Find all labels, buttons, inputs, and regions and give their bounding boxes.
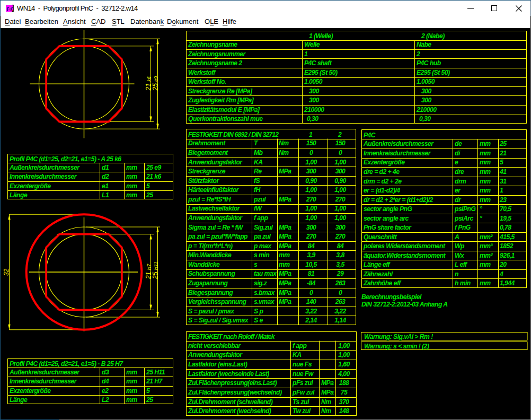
svg-text:FESTIGKEIT nach Roloff / Matek: FESTIGKEIT nach Roloff / Matek [188,333,276,340]
svg-text:300: 300 [335,168,346,175]
svg-text:Anwendungsfaktor: Anwendungsfaktor [188,214,243,222]
svg-text:P4C shaft: P4C shaft [304,59,332,67]
svg-text:S e: S e [254,317,263,324]
svg-text:Streckgrenze: Streckgrenze [188,168,226,175]
svg-text:Berechnungsbeispiel: Berechnungsbeispiel [361,293,422,301]
svg-text:25 e9: 25 e9 [146,164,162,171]
svg-text:Tw zul: Tw zul [293,407,311,415]
svg-text:pzul: pzul [253,196,266,203]
svg-text:psiPnG: psiPnG [454,205,476,213]
svg-text:Nabe: Nabe [417,41,431,48]
svg-text:1,00: 1,00 [305,186,317,194]
svg-text:4,00: 4,00 [338,370,350,378]
svg-text:20: 20 [499,261,507,268]
svg-text:f PnG: f PnG [455,224,471,231]
svg-text:pzul = Re*fS*fH: pzul = Re*fS*fH [188,196,232,203]
svg-text:DIN 32712-2:2012-03 Anhang A: DIN 32712-2:2012-03 Anhang A [361,301,448,308]
svg-text:mm: mm [480,187,491,194]
svg-text:21 H7: 21 H7 [145,264,152,279]
svg-text:mm: mm [480,168,491,176]
svg-text:3,22: 3,22 [334,308,346,315]
svg-text:MPa: MPa [279,279,291,287]
svg-text:d3: d3 [102,369,109,376]
svg-text:70,5: 70,5 [500,205,511,213]
svg-text:29: 29 [337,270,344,277]
svg-text:Zugspannung: Zugspannung [188,279,228,287]
svg-text:Nm: Nm [279,139,289,147]
svg-text:1: 1 [304,50,308,58]
svg-text:Lastwechselfaktor: Lastwechselfaktor [188,205,241,212]
svg-text:psiArc: psiArc [454,215,473,222]
svg-text:300: 300 [306,224,316,231]
svg-text:S p: S p [254,308,263,315]
svg-text:de: de [455,140,462,147]
svg-text:300: 300 [335,224,346,231]
svg-text:84: 84 [308,242,315,250]
svg-text:Länge eff: Länge eff [364,261,391,268]
svg-text:21 k6: 21 k6 [146,173,162,180]
svg-text:4: 4 [499,270,503,278]
svg-text:drm = d2 + 2e: drm = d2 + 2e [364,178,402,185]
svg-text:3,22: 3,22 [305,308,317,315]
svg-text:41: 41 [499,168,507,176]
svg-text:mm: mm [480,140,491,147]
svg-text:3,5: 3,5 [336,261,344,268]
svg-text:Zeichnungsnummer: Zeichnungsnummer [188,50,246,58]
svg-text:e2: e2 [102,387,109,395]
svg-text:FESTIGKEIT DIN 6892 / DIN 3271: FESTIGKEIT DIN 6892 / DIN 32712 [188,131,279,138]
svg-text:mm: mm [480,159,491,166]
svg-text:di: di [455,150,461,157]
svg-text:1,944: 1,944 [500,279,515,287]
svg-text:32: 32 [3,268,10,276]
svg-text:Zul.Drehmoment (schwellend): Zul.Drehmoment (schwellend) [188,398,273,406]
svg-text:s.vmax: s.vmax [254,298,275,305]
svg-text:er: er [455,187,461,194]
svg-text:Lastfaktor (eins.Last): Lastfaktor (eins.Last) [188,361,247,368]
svg-text:e: e [455,159,458,166]
svg-text:270: 270 [306,233,316,240]
svg-text:°: ° [480,205,482,213]
svg-text:263: 263 [335,298,346,305]
svg-text:2: 2 [338,131,342,138]
svg-text:d2: d2 [102,173,109,180]
svg-text:0,90: 0,90 [305,177,317,185]
svg-text:n: n [455,270,458,278]
svg-text:Drehmoment: Drehmoment [188,139,226,147]
svg-text:S = pazul / pmax: S = pazul / pmax [188,308,235,315]
svg-text:926,1: 926,1 [500,252,515,259]
svg-text:270: 270 [335,233,346,240]
svg-text:L1: L1 [102,191,109,199]
svg-text:1,14: 1,14 [334,317,346,324]
svg-text:Zul.Drehmoment (wechselnd): Zul.Drehmoment (wechselnd) [188,407,271,415]
svg-text:Lastfaktor (wechselnde Last): Lastfaktor (wechselnde Last) [188,370,269,378]
svg-text:polares Widerstandsmoment: polares Widerstandsmoment [363,242,446,250]
svg-text:fS: fS [254,177,260,185]
svg-text:1,00: 1,00 [334,214,346,222]
svg-text:p max: p max [253,242,272,250]
svg-text:370: 370 [339,398,349,406]
svg-text:MPa: MPa [279,289,291,296]
svg-text:0,30: 0,30 [419,115,431,122]
svg-text:Biegespannung: Biegespannung [188,289,233,296]
svg-text:s.bmax: s.bmax [254,289,275,296]
svg-text:pa zul = pzul*fW*fapp: pa zul = pzul*fW*fapp [188,233,248,240]
svg-text:1,00: 1,00 [334,205,346,212]
svg-text:Profil P4C (d1=25, d2=21, e1=5: Profil P4C (d1=25, d2=21, e1=5) - A 25 k… [10,155,121,163]
svg-text:25 H11: 25 H11 [152,261,159,279]
svg-text:dre = d2 + 4e: dre = d2 + 4e [364,168,400,176]
svg-text:MPa: MPa [321,379,334,387]
svg-text:MPa: MPa [279,298,291,305]
svg-text:mm: mm [480,150,491,157]
svg-text:MPa: MPa [279,224,291,231]
svg-text:270: 270 [335,196,346,203]
svg-text:21 k6: 21 k6 [145,76,152,91]
svg-text:MPa: MPa [279,168,291,175]
svg-text:1852: 1852 [500,242,514,250]
svg-text:mm: mm [480,178,491,185]
svg-text:MPa: MPa [321,389,334,396]
svg-text:0: 0 [309,149,313,156]
svg-text:Stützfaktor: Stützfaktor [188,177,219,185]
svg-text:MPa: MPa [279,270,291,277]
svg-text:1: 1 [309,131,313,138]
svg-text:Zeichnungsname 2: Zeichnungsname 2 [188,59,242,67]
